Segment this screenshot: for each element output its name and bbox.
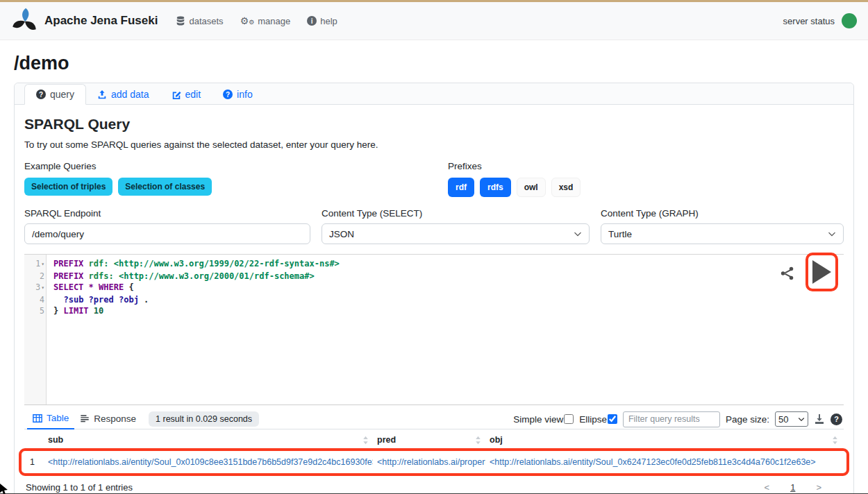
code-text[interactable]: } LIMIT 10 — [47, 305, 103, 317]
column-header-pred[interactable]: pred — [373, 429, 485, 450]
filter-results-input[interactable] — [623, 411, 720, 427]
code-line[interactable]: 1▾PREFIX rdf: <http://www.w3.org/1999/02… — [24, 258, 844, 271]
code-text[interactable]: PREFIX rdf: <http://www.w3.org/1999/02/2… — [47, 258, 340, 271]
content-type-select-dropdown[interactable]: JSON — [322, 223, 590, 244]
pagination-page-1-button[interactable]: 1 — [790, 482, 795, 493]
ellipse-checkbox[interactable] — [608, 414, 617, 424]
row-number-header — [26, 429, 44, 450]
code-line[interactable]: 5} LIMIT 10 — [24, 305, 844, 317]
result-count-badge: 1 result in 0.029 seconds — [149, 411, 259, 427]
prefix-xsd-button[interactable]: xsd — [551, 178, 581, 197]
nav-item-label: help — [320, 16, 337, 26]
query-panel: SPARQL Query To try out some SPARQL quer… — [15, 105, 853, 494]
code-text[interactable]: ?sub ?pred ?obj . — [47, 294, 149, 306]
prefix-rdfs-button[interactable]: rdfs — [480, 178, 511, 197]
table-row: 1 <http://relationlabs.ai/entity/Soul_0x… — [24, 451, 844, 473]
server-status: server status — [783, 13, 857, 28]
panel-description: To try out some SPARQL queries against t… — [24, 139, 844, 150]
sort-icon — [475, 436, 481, 445]
selected-value: JSON — [329, 229, 354, 239]
pagination: < 1 > — [765, 482, 842, 493]
prefix-rdf-button[interactable]: rdf — [448, 178, 474, 197]
example-query-triples-button[interactable]: Selection of triples — [24, 178, 112, 196]
chevron-down-icon — [574, 230, 582, 238]
row-number: 1 — [26, 451, 44, 473]
tab-edit[interactable]: edit — [160, 85, 212, 104]
results-tab-response[interactable]: Response — [74, 410, 142, 429]
tab-label: add data — [111, 89, 149, 100]
uri-link-sub[interactable]: <http://relationlabs.ai/entity/Soul_0x01… — [48, 457, 373, 467]
nav-item-label: datasets — [189, 16, 223, 26]
nav-item-manage[interactable]: ⚙⚙ manage — [240, 16, 291, 26]
results-table-header: sub pred obj — [24, 429, 844, 450]
tab-label: edit — [185, 89, 201, 100]
gears-icon: ⚙⚙ — [240, 16, 255, 26]
results-tab-table[interactable]: Table — [27, 409, 74, 429]
results-tabbar: Table Response 1 result in 0.029 seconds… — [24, 409, 844, 429]
results-footer: Showing 1 to 1 of 1 entries < 1 > — [24, 482, 844, 494]
edit-pencil-icon — [172, 90, 181, 99]
column-header-sub[interactable]: sub — [44, 429, 373, 450]
code-text[interactable]: PREFIX rdfs: <http://www.w3.org/2000/01/… — [47, 271, 315, 282]
showing-entries-text: Showing 1 to 1 of 1 entries — [26, 482, 133, 493]
code-line[interactable]: 4 ?sub ?pred ?obj . — [24, 294, 844, 306]
dataset-card: ? query add data edit ? info — [14, 83, 854, 494]
jena-logo-icon — [11, 7, 39, 35]
app-title: Apache Jena Fuseki — [44, 14, 158, 28]
tab-label: query — [50, 89, 74, 100]
run-query-button[interactable] — [812, 260, 831, 284]
table-icon — [33, 414, 42, 423]
panel-heading: SPARQL Query — [24, 116, 844, 133]
tab-label: info — [237, 89, 253, 100]
column-header-obj[interactable]: obj — [485, 429, 842, 450]
line-number[interactable]: 3▾ — [24, 282, 47, 294]
pagination-next-button[interactable]: > — [816, 482, 821, 493]
nav-item-datasets[interactable]: datasets — [176, 16, 223, 26]
line-number[interactable]: 1▾ — [24, 258, 47, 271]
nav-item-label: manage — [258, 16, 290, 26]
code-line[interactable]: 3▾SELECT * WHERE { — [24, 282, 844, 294]
database-icon — [176, 16, 185, 26]
line-number[interactable]: 2 — [24, 271, 47, 282]
info-circle-icon: i — [307, 16, 317, 26]
uri-link-obj[interactable]: <http://relationlabs.ai/entity/Soul_0x62… — [490, 457, 816, 467]
content-type-select-label: Content Type (SELECT) — [322, 208, 590, 219]
page-size-value: 50 — [778, 414, 788, 425]
uri-link-pred[interactable]: <http://relationlabs.ai/property/followi… — [377, 457, 485, 467]
results-tab-label: Response — [94, 414, 136, 424]
code-text[interactable]: SELECT * WHERE { — [47, 282, 134, 294]
tab-query[interactable]: ? query — [24, 84, 86, 105]
content-type-graph-dropdown[interactable]: Turtle — [601, 223, 844, 244]
dataset-tabbar: ? query add data edit ? info — [15, 83, 853, 105]
fold-arrow-icon[interactable]: ▾ — [41, 261, 44, 267]
results-tab-label: Table — [47, 413, 69, 423]
simple-view-label: Simple view — [513, 414, 574, 425]
code-line[interactable]: 2PREFIX rdfs: <http://www.w3.org/2000/01… — [24, 271, 844, 282]
prefix-owl-button[interactable]: owl — [517, 178, 546, 197]
download-results-icon[interactable] — [814, 414, 825, 425]
share-query-icon[interactable] — [780, 266, 795, 281]
chevron-down-icon — [798, 416, 805, 423]
pagination-prev-button[interactable]: < — [765, 482, 770, 493]
results-help-icon[interactable]: ? — [831, 414, 842, 425]
server-status-indicator[interactable] — [842, 13, 857, 28]
selected-value: Turtle — [608, 229, 632, 239]
tab-add-data[interactable]: add data — [86, 85, 160, 104]
sparql-code-editor[interactable]: 1▾PREFIX rdf: <http://www.w3.org/1999/02… — [24, 254, 844, 405]
page-title: /demo — [14, 53, 854, 74]
line-number[interactable]: 5 — [24, 305, 47, 317]
nav-item-help[interactable]: i help — [307, 16, 337, 26]
navbar: Apache Jena Fuseki datasets ⚙⚙ manage i … — [0, 2, 868, 40]
list-lines-icon — [80, 414, 90, 423]
page-size-label: Page size: — [726, 414, 769, 425]
example-query-classes-button[interactable]: Selection of classes — [118, 178, 212, 196]
server-status-label: server status — [783, 16, 835, 26]
simple-view-checkbox[interactable] — [564, 414, 574, 424]
sparql-endpoint-input[interactable] — [24, 223, 310, 244]
page-size-select[interactable]: 50 — [775, 411, 808, 427]
content-type-graph-label: Content Type (GRAPH) — [601, 208, 844, 219]
line-number[interactable]: 4 — [24, 294, 47, 306]
fold-arrow-icon[interactable]: ▾ — [41, 284, 44, 291]
run-query-annotation-box — [806, 253, 838, 291]
tab-info[interactable]: ? info — [212, 85, 264, 104]
